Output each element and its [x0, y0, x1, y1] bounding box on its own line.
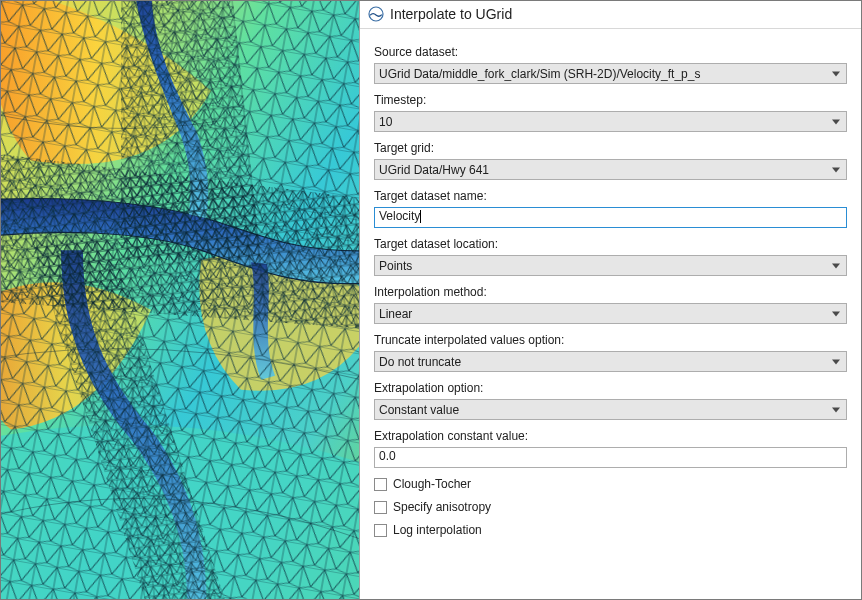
interpolate-dialog: Interpolate to UGrid Source dataset: UGr…	[359, 1, 861, 599]
specify-anisotropy-label: Specify anisotropy	[393, 500, 491, 514]
interpolation-method-value: Linear	[379, 307, 412, 321]
specify-anisotropy-checkbox[interactable]	[374, 501, 387, 514]
extrapolation-constant-value: 0.0	[379, 449, 396, 463]
log-interpolation-label: Log interpolation	[393, 523, 482, 537]
extrapolation-constant-input[interactable]: 0.0	[374, 447, 847, 468]
dialog-header: Interpolate to UGrid	[360, 1, 861, 29]
target-dataset-location-select[interactable]: Points	[374, 255, 847, 276]
interpolation-method-select[interactable]: Linear	[374, 303, 847, 324]
source-dataset-select[interactable]: UGrid Data/middle_fork_clark/Sim (SRH-2D…	[374, 63, 847, 84]
mesh-render	[1, 1, 359, 599]
extrapolation-option-value: Constant value	[379, 403, 459, 417]
extrapolation-option-label: Extrapolation option:	[374, 381, 847, 395]
target-dataset-name-input[interactable]: Velocity	[374, 207, 847, 228]
dialog-title: Interpolate to UGrid	[390, 6, 512, 22]
clough-tocher-checkbox[interactable]	[374, 478, 387, 491]
timestep-select[interactable]: 10	[374, 111, 847, 132]
log-interpolation-row[interactable]: Log interpolation	[374, 523, 847, 537]
extrapolation-option-select[interactable]: Constant value	[374, 399, 847, 420]
source-dataset-value: UGrid Data/middle_fork_clark/Sim (SRH-2D…	[379, 67, 700, 81]
target-dataset-location-label: Target dataset location:	[374, 237, 847, 251]
mesh-viewport[interactable]	[1, 1, 359, 599]
log-interpolation-checkbox[interactable]	[374, 524, 387, 537]
timestep-value: 10	[379, 115, 392, 129]
dialog-body: Source dataset: UGrid Data/middle_fork_c…	[360, 29, 861, 551]
clough-tocher-label: Clough-Tocher	[393, 477, 471, 491]
truncate-option-label: Truncate interpolated values option:	[374, 333, 847, 347]
target-grid-value: UGrid Data/Hwy 641	[379, 163, 489, 177]
target-grid-label: Target grid:	[374, 141, 847, 155]
truncate-option-value: Do not truncate	[379, 355, 461, 369]
interpolation-method-label: Interpolation method:	[374, 285, 847, 299]
extrapolation-constant-label: Extrapolation constant value:	[374, 429, 847, 443]
target-grid-select[interactable]: UGrid Data/Hwy 641	[374, 159, 847, 180]
text-caret	[420, 210, 421, 223]
app-logo-icon	[368, 6, 384, 22]
source-dataset-label: Source dataset:	[374, 45, 847, 59]
app-window: Interpolate to UGrid Source dataset: UGr…	[0, 0, 862, 600]
target-dataset-name-label: Target dataset name:	[374, 189, 847, 203]
specify-anisotropy-row[interactable]: Specify anisotropy	[374, 500, 847, 514]
truncate-option-select[interactable]: Do not truncate	[374, 351, 847, 372]
target-dataset-location-value: Points	[379, 259, 412, 273]
target-dataset-name-value: Velocity	[379, 209, 420, 223]
timestep-label: Timestep:	[374, 93, 847, 107]
clough-tocher-row[interactable]: Clough-Tocher	[374, 477, 847, 491]
